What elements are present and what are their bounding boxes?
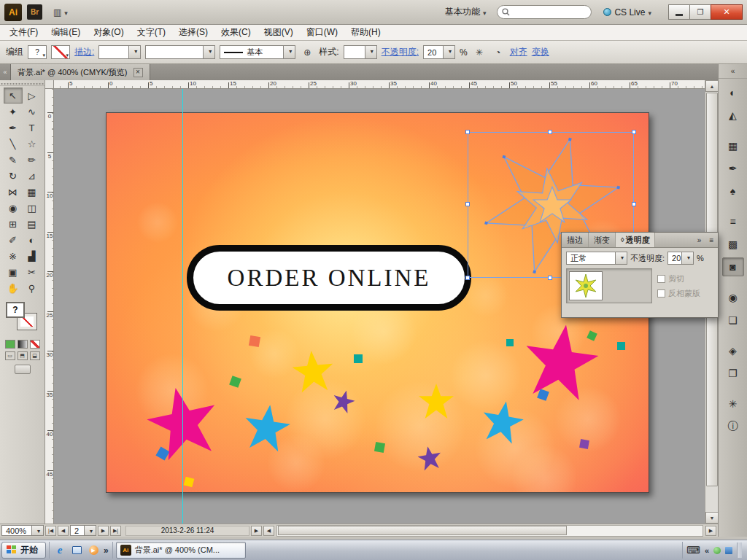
vertical-ruler[interactable]: 051015202530354045 <box>45 89 54 524</box>
transparency-panel-icon[interactable]: ◙ <box>722 257 744 276</box>
selection-tool[interactable]: ↖ <box>4 88 23 104</box>
collapse-left-panels-icon[interactable] <box>0 64 10 80</box>
scale-tool[interactable]: ⊿ <box>23 168 42 184</box>
menu-edit[interactable]: 编辑(E) <box>44 24 87 41</box>
appearance-panel-icon[interactable]: ◉ <box>722 288 744 307</box>
magic-wand-tool[interactable]: ✦ <box>4 104 23 120</box>
panel-tab-gradient[interactable]: 渐变 <box>589 233 616 247</box>
first-artboard-icon[interactable] <box>45 526 56 536</box>
taskbar-document-button[interactable]: Ai 背景.ai* @ 400% (CM... <box>116 542 246 559</box>
symbol-sprayer-tool[interactable]: ※ <box>4 248 23 264</box>
vertical-guide-line[interactable] <box>182 89 183 524</box>
panel-menu-icon[interactable]: ≡ <box>705 233 718 247</box>
color-guide-panel-icon[interactable]: ◭ <box>722 106 744 125</box>
menu-file[interactable]: 文件(F) <box>3 24 44 41</box>
lasso-tool[interactable]: ∿ <box>23 104 42 120</box>
slice-tool[interactable]: ✂ <box>23 264 42 280</box>
menu-select[interactable]: 选择(S) <box>172 24 214 41</box>
pen-tool[interactable]: ✒ <box>4 120 23 136</box>
tools-panel-grip[interactable] <box>0 80 44 86</box>
show-desktop-edge[interactable] <box>737 542 742 558</box>
stroke-weight-combo[interactable] <box>98 45 141 59</box>
width-profile-combo[interactable]: 基本 <box>220 45 295 59</box>
restore-button[interactable] <box>689 4 711 20</box>
quick-launch-overflow-icon[interactable]: » <box>104 545 109 556</box>
expand-panels-icon[interactable] <box>719 64 747 79</box>
graphic-styles-panel-icon[interactable]: ❏ <box>722 311 744 330</box>
paintbrush-tool[interactable]: ✎ <box>4 152 23 168</box>
bridge-launcher-icon[interactable]: Br <box>27 4 42 20</box>
draw-inside-button[interactable]: ⬓ <box>30 351 40 360</box>
arrange-documents-button[interactable]: ▥ <box>47 4 74 20</box>
invert-mask-option[interactable]: 反相蒙版 <box>657 288 700 299</box>
gradient-panel-icon[interactable]: ▩ <box>722 235 744 254</box>
selection-handle[interactable] <box>465 202 470 206</box>
selection-handle[interactable] <box>548 276 552 280</box>
fill-swatch[interactable]: ? <box>6 302 25 318</box>
close-button[interactable] <box>711 4 743 20</box>
horizontal-ruler[interactable]: 50510152025303540455055606570 <box>54 80 705 89</box>
zoom-tool[interactable]: ⚲ <box>23 280 42 296</box>
brush-definition-combo[interactable] <box>145 45 215 59</box>
blend-mode-combo[interactable]: 正常 <box>566 252 627 265</box>
menu-window[interactable]: 窗口(W) <box>300 24 344 41</box>
free-transform-tool[interactable]: ▦ <box>23 184 42 200</box>
media-player-icon[interactable] <box>87 544 100 557</box>
selection-handle[interactable] <box>632 130 636 134</box>
opacity-link[interactable]: 不透明度: <box>382 46 419 58</box>
line-segment-tool[interactable]: ╲ <box>4 136 23 152</box>
rotate-tool[interactable]: ↻ <box>4 168 23 184</box>
horizontal-scroll-thumb[interactable] <box>278 526 567 535</box>
workspace-switcher-button[interactable]: 基本功能 <box>439 4 492 20</box>
show-desktop-icon[interactable] <box>70 544 83 557</box>
artboard-tool[interactable]: ▣ <box>4 264 23 280</box>
tray-network-icon[interactable] <box>725 547 732 554</box>
blend-tool[interactable]: ◐ <box>23 232 42 248</box>
panel-expand-icon[interactable]: » <box>693 233 705 247</box>
horizontal-scrollbar[interactable] <box>276 525 703 537</box>
color-panel-icon[interactable]: ◐ <box>722 83 744 102</box>
invert-mask-checkbox[interactable] <box>657 289 665 298</box>
brushes-panel-icon[interactable]: ✒ <box>722 159 744 178</box>
menu-effect[interactable]: 效果(C) <box>214 24 258 41</box>
menu-object[interactable]: 对象(O) <box>87 24 130 41</box>
transform-panel-link[interactable]: 变换 <box>532 46 549 58</box>
status-text[interactable]: 2013-2-26 11:24 <box>125 526 249 536</box>
keyboard-layout-icon[interactable] <box>686 545 700 556</box>
color-button[interactable] <box>5 340 15 349</box>
artboard-number-combo[interactable]: 2 <box>70 525 96 536</box>
status-expand-icon[interactable] <box>251 526 262 536</box>
scroll-up-icon[interactable]: ▲ <box>705 80 719 92</box>
none-button[interactable] <box>30 340 40 349</box>
previous-artboard-icon[interactable] <box>58 526 69 536</box>
document-close-icon[interactable]: × <box>133 68 143 77</box>
selection-handle[interactable] <box>548 130 552 134</box>
shape-builder-tool[interactable]: ◉ <box>4 200 23 216</box>
hscroll-left-icon[interactable] <box>263 526 274 536</box>
minimize-button[interactable] <box>668 4 690 20</box>
info-panel-icon[interactable]: ⓘ <box>722 417 744 436</box>
menu-type[interactable]: 文字(T) <box>131 24 172 41</box>
search-input[interactable] <box>497 5 592 19</box>
navigator-panel-icon[interactable]: ✳ <box>722 394 744 413</box>
next-artboard-icon[interactable] <box>98 526 109 536</box>
panel-opacity-combo[interactable]: 20 <box>667 252 694 265</box>
zoom-level-combo[interactable]: 400% <box>1 525 44 536</box>
direct-selection-tool[interactable]: ▷ <box>23 88 42 104</box>
width-tool[interactable]: ⋈ <box>4 184 23 200</box>
ruler-origin-corner[interactable] <box>45 80 54 89</box>
stroke-panel-link[interactable]: 描边: <box>74 46 94 58</box>
recolor-artwork-icon[interactable]: ⊕ <box>300 45 314 59</box>
hscroll-right-icon[interactable] <box>705 526 716 536</box>
screen-mode-button[interactable] <box>15 365 31 374</box>
layers-panel-icon[interactable]: ◈ <box>722 341 744 360</box>
opacity-combo[interactable]: 20 <box>423 45 455 59</box>
object-thumbnail[interactable] <box>569 271 603 300</box>
order-online-badge[interactable]: ORDER ONLINE <box>187 245 471 311</box>
cs-live-button[interactable]: CS Live <box>597 4 658 20</box>
panel-tab-transparency[interactable]: 透明度 <box>616 233 655 247</box>
fill-color-swatch[interactable]: ? ▾ <box>28 45 47 59</box>
scroll-down-icon[interactable]: ▼ <box>705 512 719 524</box>
last-artboard-icon[interactable] <box>110 526 121 536</box>
menu-help[interactable]: 帮助(H) <box>344 24 387 41</box>
